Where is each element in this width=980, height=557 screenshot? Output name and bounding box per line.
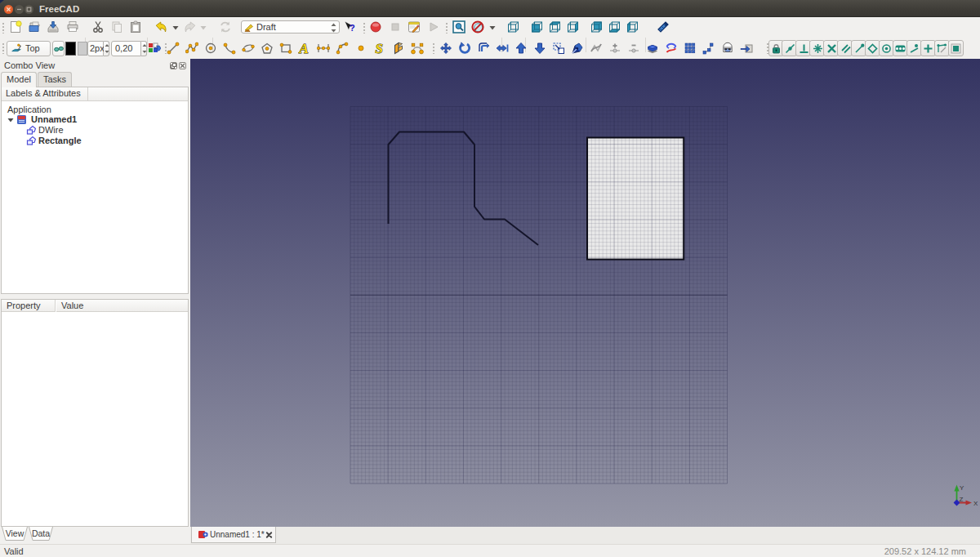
- svg-text:S: S: [375, 42, 382, 55]
- svg-text:Y: Y: [960, 484, 964, 492]
- svg-text:Z: Z: [960, 496, 964, 503]
- svg-text:A: A: [299, 42, 309, 55]
- svg-text:?: ?: [350, 23, 355, 33]
- svg-text:X: X: [973, 500, 978, 507]
